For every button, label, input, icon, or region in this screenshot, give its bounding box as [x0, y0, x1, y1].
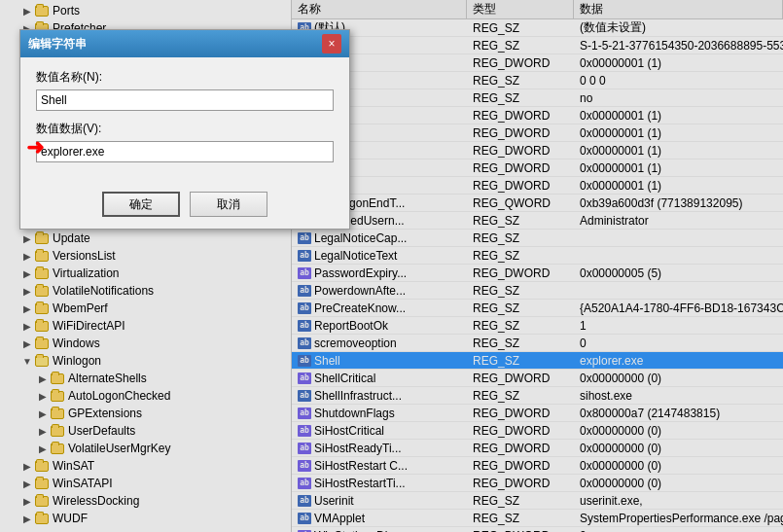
dialog-overlay: 编辑字符串 × 数值名称(N): 数值数据(V): ➜ 确定 取消	[0, 0, 783, 532]
dialog-buttons: 确定 取消	[20, 184, 349, 229]
data-input[interactable]	[36, 141, 334, 162]
edit-string-dialog: 编辑字符串 × 数值名称(N): 数值数据(V): ➜ 确定 取消	[19, 29, 350, 230]
confirm-button[interactable]: 确定	[102, 192, 180, 217]
data-label: 数值数据(V):	[36, 121, 334, 137]
dialog-content: 数值名称(N): 数值数据(V): ➜	[20, 57, 349, 184]
cancel-button[interactable]: 取消	[190, 192, 267, 217]
name-label: 数值名称(N):	[36, 69, 334, 86]
dialog-titlebar: 编辑字符串 ×	[20, 30, 349, 57]
dialog-title: 编辑字符串	[28, 36, 87, 53]
name-input[interactable]	[36, 89, 334, 111]
dialog-close-button[interactable]: ×	[322, 34, 341, 53]
